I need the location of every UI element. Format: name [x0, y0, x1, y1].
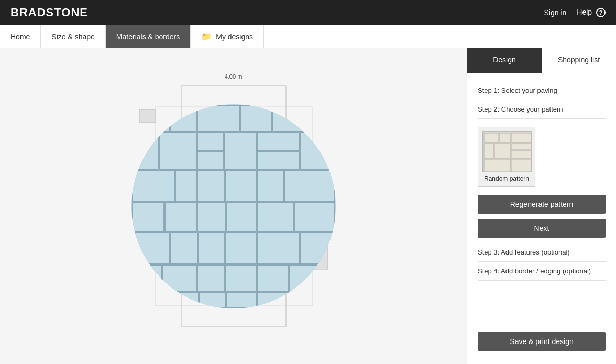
next-button[interactable]: Next [478, 219, 606, 238]
svg-rect-18 [257, 152, 299, 169]
pattern-section: Random pattern [478, 127, 606, 187]
svg-rect-53 [484, 144, 493, 158]
nav-materials-borders[interactable]: Materials & borders [106, 25, 191, 48]
svg-rect-32 [170, 233, 197, 264]
brand-logo: BRADSTONE [10, 6, 88, 19]
svg-rect-29 [257, 203, 294, 231]
svg-rect-21 [197, 170, 225, 202]
svg-rect-35 [257, 233, 299, 264]
svg-rect-51 [500, 133, 510, 142]
folder-icon: 📁 [201, 31, 212, 41]
save-print-button[interactable]: Save & print design [478, 332, 606, 351]
pattern-label: Random pattern [482, 175, 531, 182]
right-panel: Design Shopping list Step 1: Select your… [467, 48, 616, 364]
pattern-mini-svg [483, 132, 532, 172]
regenerate-button[interactable]: Regenerate pattern [478, 195, 606, 214]
svg-rect-30 [295, 203, 335, 231]
svg-rect-4 [139, 109, 155, 123]
step2-item[interactable]: Step 2: Choose your pattern [478, 100, 606, 119]
svg-rect-15 [257, 133, 299, 151]
top-bar: BRADSTONE Sign in Help ? [0, 0, 616, 25]
svg-rect-34 [226, 233, 256, 264]
canvas-area: 4.00 m 3.85 m [0, 48, 467, 364]
svg-rect-39 [197, 265, 225, 291]
tab-shopping-list[interactable]: Shopping list [542, 48, 616, 73]
svg-rect-17 [197, 152, 224, 169]
svg-rect-58 [511, 159, 531, 172]
paving-container: 3.85 m [103, 75, 365, 337]
svg-rect-50 [484, 133, 499, 142]
nav-home[interactable]: Home [0, 25, 41, 48]
svg-rect-14 [225, 133, 256, 169]
svg-rect-20 [175, 170, 196, 202]
main-layout: 4.00 m 3.85 m [0, 48, 616, 364]
svg-rect-13 [197, 133, 224, 151]
step4-item[interactable]: Step 4: Add border / edging (optional) [478, 262, 606, 281]
svg-rect-23 [257, 170, 283, 202]
nav-bar: Home Size & shape Materials & borders 📁 … [0, 25, 616, 48]
svg-rect-12 [160, 133, 196, 169]
svg-rect-56 [511, 151, 531, 158]
paving-circle [131, 104, 336, 308]
svg-rect-41 [257, 265, 289, 291]
pattern-thumbnail [482, 131, 532, 172]
step1-item[interactable]: Step 1: Select your paving [478, 81, 606, 100]
panel-bottom: Save & print design [467, 324, 616, 364]
pattern-card[interactable]: Random pattern [478, 127, 535, 187]
top-actions: Sign in Help ? [544, 8, 606, 17]
sign-in-link[interactable]: Sign in [544, 8, 567, 17]
svg-rect-22 [226, 170, 256, 202]
svg-rect-46 [227, 292, 256, 307]
svg-rect-19 [133, 170, 174, 202]
svg-rect-26 [165, 203, 196, 231]
svg-rect-40 [226, 265, 256, 291]
tab-design[interactable]: Design [467, 48, 542, 73]
nav-size-shape[interactable]: Size & shape [41, 25, 106, 48]
svg-rect-25 [133, 203, 164, 231]
svg-rect-57 [484, 159, 510, 172]
nav-my-designs[interactable]: 📁 My designs [191, 25, 264, 48]
panel-content: Step 1: Select your paving Step 2: Choos… [467, 73, 616, 324]
step3-item[interactable]: Step 3: Add features (optional) [478, 243, 606, 262]
help-icon: ? [596, 8, 606, 17]
svg-rect-54 [494, 144, 510, 158]
svg-rect-55 [511, 144, 531, 150]
svg-rect-27 [197, 203, 226, 231]
svg-rect-33 [199, 233, 225, 264]
help-link[interactable]: Help ? [577, 8, 606, 17]
panel-tabs: Design Shopping list [467, 48, 616, 73]
svg-rect-52 [511, 133, 531, 142]
svg-rect-24 [284, 170, 335, 202]
svg-rect-28 [227, 203, 256, 231]
paving-tiles-svg [131, 104, 336, 308]
svg-rect-7 [197, 105, 239, 131]
